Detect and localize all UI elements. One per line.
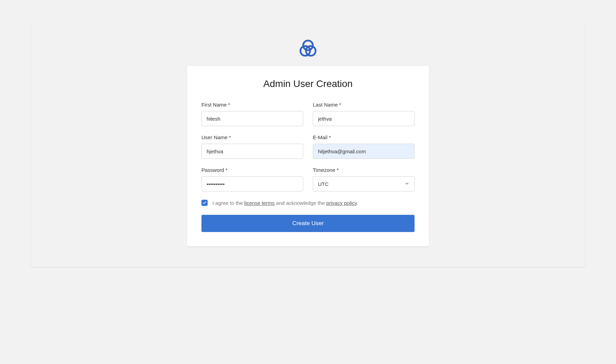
timezone-label: Timezone *	[313, 167, 415, 173]
last-name-field: Last Name *	[313, 102, 415, 126]
password-label: Password *	[201, 167, 303, 173]
form-grid: First Name * Last Name * User Name * E-M…	[201, 102, 415, 191]
email-input[interactable]	[313, 144, 415, 159]
cloud-logo-icon	[297, 37, 319, 59]
timezone-select[interactable]: UTC	[313, 176, 415, 191]
password-input[interactable]	[201, 176, 303, 191]
user-name-label: User Name *	[201, 134, 303, 140]
first-name-field: First Name *	[201, 102, 303, 126]
check-icon	[202, 201, 207, 205]
email-field: E-Mail *	[313, 134, 415, 159]
last-name-input[interactable]	[313, 111, 415, 126]
last-name-label: Last Name *	[313, 102, 415, 108]
first-name-label: First Name *	[201, 102, 303, 108]
first-name-input[interactable]	[201, 111, 303, 126]
email-label: E-Mail *	[313, 134, 415, 140]
timezone-value: UTC	[318, 181, 329, 187]
timezone-field: Timezone * UTC	[313, 167, 415, 191]
logo	[297, 37, 319, 59]
form-card: Admin User Creation First Name * Last Na…	[187, 66, 429, 246]
chevron-down-icon	[405, 181, 409, 187]
page-container: Admin User Creation First Name * Last Na…	[31, 21, 585, 267]
privacy-policy-link[interactable]: privacy policy	[326, 200, 357, 206]
consent-text: I agree to the license terms and acknowl…	[212, 200, 358, 206]
user-name-field: User Name *	[201, 134, 303, 159]
form-title: Admin User Creation	[201, 78, 415, 89]
user-name-input[interactable]	[201, 144, 303, 159]
create-user-button[interactable]: Create User	[201, 215, 415, 232]
license-terms-link[interactable]: license terms	[244, 200, 275, 206]
consent-row: I agree to the license terms and acknowl…	[201, 200, 415, 206]
consent-checkbox[interactable]	[201, 200, 208, 206]
password-field: Password *	[201, 167, 303, 191]
